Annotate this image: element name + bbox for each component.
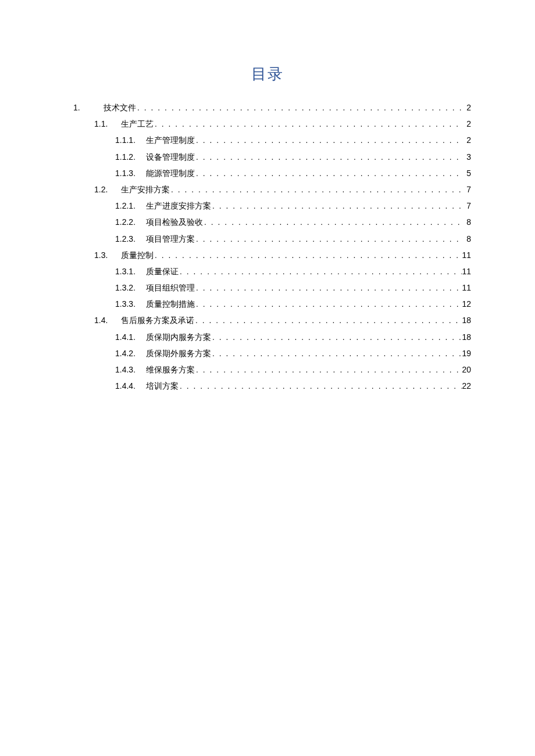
toc-entry[interactable]: 1.4.3.维保服务方案20: [64, 363, 471, 377]
toc-entry-label: 能源管理制度: [146, 166, 195, 181]
toc-entry-page: 2: [463, 117, 471, 131]
toc-dot-leader: [195, 297, 462, 311]
toc-entry-page: 20: [462, 363, 471, 377]
toc-entry[interactable]: 1.2.1.生产进度安排方案7: [64, 199, 471, 213]
toc-entry-label: 技术文件: [104, 101, 136, 115]
toc-entry-label: 维保服务方案: [146, 363, 195, 377]
toc-entry-label: 质量保证: [146, 264, 179, 279]
toc-dot-leader: [170, 182, 463, 197]
toc-entry[interactable]: 1.3.2.项目组织管理11: [64, 281, 471, 295]
toc-entry-label: 生产工艺: [121, 117, 154, 131]
toc-entry[interactable]: 1.3.1.质量保证11: [64, 264, 471, 279]
toc-entry-label: 项目管理方案: [146, 232, 195, 246]
toc-entry-page: 19: [462, 346, 471, 361]
toc-dot-leader: [154, 248, 462, 263]
toc-entry-number: 1.2.3.: [115, 232, 135, 246]
toc-entry-number: 1.3.3.: [115, 297, 135, 311]
toc-dot-leader: [194, 313, 462, 328]
toc-entry-label: 设备管理制度: [146, 150, 195, 164]
toc-entry-label: 质量控制: [121, 248, 154, 263]
toc-entry[interactable]: 1.1.2.设备管理制度3: [64, 150, 471, 164]
toc-entry[interactable]: 1.3.质量控制11: [64, 248, 471, 263]
toc-entry-number: 1.2.2.: [115, 215, 135, 230]
toc-entry-page: 18: [462, 313, 471, 328]
toc-entry-number: 1.3.1.: [115, 264, 135, 279]
toc-entry-page: 11: [462, 264, 471, 279]
toc-entry-page: 7: [463, 199, 471, 213]
toc-entry-page: 18: [462, 330, 471, 345]
toc-dot-leader: [195, 232, 463, 246]
toc-entry-label: 培训方案: [146, 379, 179, 393]
toc-entry-number: 1.3.: [94, 248, 110, 263]
toc-entry-number: 1.3.2.: [115, 281, 135, 295]
toc-entry-page: 12: [462, 297, 471, 311]
toc-entry-label: 售后服务方案及承诺: [121, 313, 194, 328]
toc-dot-leader: [136, 101, 463, 115]
toc-entry[interactable]: 1.1.1.生产管理制度2: [64, 133, 471, 148]
toc-entry-label: 项目检验及验收: [146, 215, 203, 230]
toc-dot-leader: [195, 133, 463, 148]
toc-entry-page: 2: [463, 101, 471, 115]
toc-dot-leader: [154, 117, 463, 131]
toc-entry-page: 2: [463, 133, 471, 148]
toc-dot-leader: [195, 166, 463, 181]
toc-entry-number: 1.1.1.: [115, 133, 135, 148]
toc-dot-leader: [195, 281, 462, 295]
toc-entry-label: 质保期内服务方案: [146, 330, 211, 345]
toc-entry[interactable]: 1.2.2.项目检验及验收8: [64, 215, 471, 230]
toc-entry-label: 生产安排方案: [121, 182, 170, 197]
toc-entry[interactable]: 1.1.3.能源管理制度5: [64, 166, 471, 181]
toc-entry[interactable]: 1.2.3.项目管理方案8: [64, 232, 471, 246]
toc-container: 1.技术文件21.1.生产工艺21.1.1.生产管理制度21.1.2.设备管理制…: [64, 101, 471, 393]
toc-entry-page: 11: [462, 248, 471, 263]
toc-entry-label: 质量控制措施: [146, 297, 195, 311]
toc-dot-leader: [195, 363, 462, 377]
toc-dot-leader: [179, 264, 462, 279]
toc-dot-leader: [195, 150, 463, 164]
toc-entry[interactable]: 1.技术文件2: [64, 101, 471, 115]
toc-entry[interactable]: 1.4.2.质保期外服务方案19: [64, 346, 471, 361]
toc-entry-page: 5: [463, 166, 471, 181]
toc-entry-number: 1.1.: [94, 117, 110, 131]
toc-entry-number: 1.2.1.: [115, 199, 135, 213]
toc-entry-label: 质保期外服务方案: [146, 346, 211, 361]
toc-entry-number: 1.4.3.: [115, 363, 135, 377]
toc-entry[interactable]: 1.4.售后服务方案及承诺18: [64, 313, 471, 328]
toc-entry-number: 1.1.2.: [115, 150, 135, 164]
toc-entry-label: 生产管理制度: [146, 133, 195, 148]
toc-dot-leader: [211, 199, 463, 213]
toc-entry-number: 1.4.2.: [115, 346, 135, 361]
toc-entry[interactable]: 1.2.生产安排方案7: [64, 182, 471, 197]
toc-entry-label: 生产进度安排方案: [146, 199, 211, 213]
toc-entry-number: 1.4.4.: [115, 379, 135, 393]
toc-entry-page: 8: [463, 232, 471, 246]
toc-entry-page: 11: [462, 281, 471, 295]
toc-entry-label: 项目组织管理: [146, 281, 195, 295]
toc-dot-leader: [203, 215, 463, 230]
toc-entry-number: 1.4.1.: [115, 330, 135, 345]
toc-dot-leader: [179, 379, 462, 393]
toc-entry[interactable]: 1.3.3.质量控制措施12: [64, 297, 471, 311]
toc-entry[interactable]: 1.4.1.质保期内服务方案18: [64, 330, 471, 345]
toc-title: 目录: [64, 64, 471, 84]
toc-entry-page: 3: [463, 150, 471, 164]
toc-dot-leader: [211, 330, 462, 345]
toc-entry-number: 1.4.: [94, 313, 110, 328]
toc-dot-leader: [211, 346, 462, 361]
toc-entry-page: 7: [463, 182, 471, 197]
toc-entry-number: 1.2.: [94, 182, 110, 197]
toc-entry-page: 22: [462, 379, 471, 393]
toc-entry-number: 1.: [73, 101, 90, 115]
toc-entry[interactable]: 1.4.4.培训方案22: [64, 379, 471, 393]
toc-entry[interactable]: 1.1.生产工艺2: [64, 117, 471, 131]
toc-entry-number: 1.1.3.: [115, 166, 135, 181]
toc-entry-page: 8: [463, 215, 471, 230]
